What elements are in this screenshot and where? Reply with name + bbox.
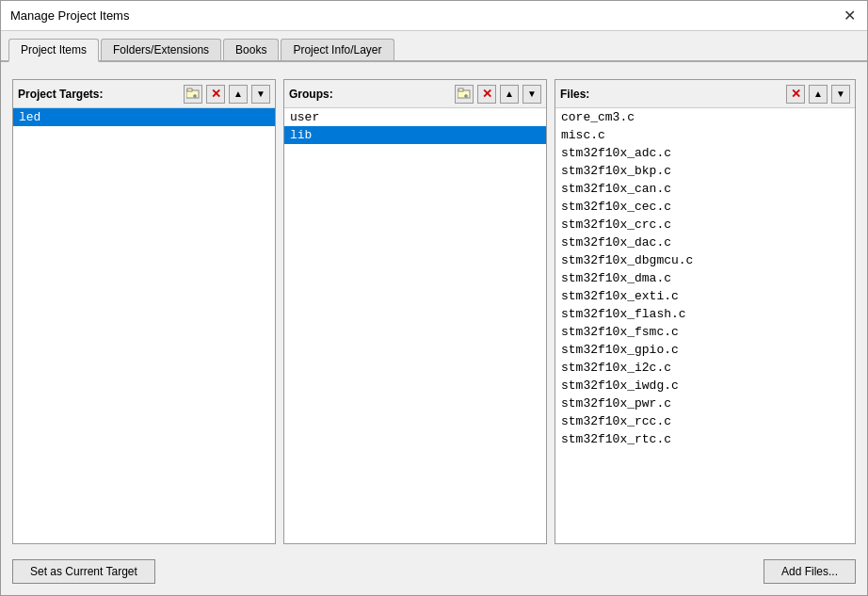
groups-list: userlib	[284, 108, 546, 543]
up-arrow-icon-groups: ▲	[505, 89, 514, 99]
list-item[interactable]: stm32f10x_flash.c	[555, 305, 855, 323]
delete-icon-files: ✕	[791, 87, 801, 101]
targets-list: led	[13, 108, 275, 543]
list-item[interactable]: core_cm3.c	[555, 108, 855, 126]
files-title: Files:	[560, 88, 782, 101]
close-button[interactable]: ✕	[842, 8, 858, 24]
targets-header: Project Targets: ✕	[13, 80, 275, 108]
bottom-row: Set as Current Target Add Files...	[12, 554, 856, 584]
title-bar: Manage Project Items ✕	[1, 1, 867, 31]
tab-project-info-layer[interactable]: Project Info/Layer	[281, 39, 394, 60]
list-item[interactable]: lib	[284, 126, 546, 144]
project-targets-panel: Project Targets: ✕	[12, 79, 276, 544]
list-item[interactable]: led	[13, 108, 275, 126]
list-item[interactable]: stm32f10x_rcc.c	[555, 412, 855, 430]
list-item[interactable]: stm32f10x_cec.c	[555, 198, 855, 216]
files-down-button[interactable]: ▼	[831, 85, 850, 104]
targets-delete-button[interactable]: ✕	[206, 85, 225, 104]
list-item[interactable]: stm32f10x_crc.c	[555, 216, 855, 234]
groups-down-button[interactable]: ▼	[522, 85, 541, 104]
files-delete-button[interactable]: ✕	[786, 85, 805, 104]
list-item[interactable]: stm32f10x_can.c	[555, 180, 855, 198]
new-folder-icon	[186, 88, 200, 101]
content-area: Project Targets: ✕	[1, 62, 867, 595]
targets-up-button[interactable]: ▲	[229, 85, 248, 104]
up-arrow-icon-files: ▲	[813, 89, 823, 99]
down-arrow-icon-groups: ▼	[527, 89, 537, 99]
panels-row: Project Targets: ✕	[12, 79, 856, 544]
svg-rect-1	[187, 89, 192, 91]
list-item[interactable]: stm32f10x_dbgmcu.c	[555, 251, 855, 269]
list-item[interactable]: stm32f10x_dma.c	[555, 269, 855, 287]
list-item[interactable]: stm32f10x_bkp.c	[555, 162, 855, 180]
new-folder-icon-groups	[458, 88, 471, 101]
list-item[interactable]: stm32f10x_rtc.c	[555, 430, 855, 448]
targets-new-button[interactable]	[184, 85, 202, 104]
up-arrow-icon: ▲	[233, 89, 243, 99]
down-arrow-icon: ▼	[256, 89, 265, 99]
files-list: core_cm3.cmisc.cstm32f10x_adc.cstm32f10x…	[555, 108, 855, 543]
window-title: Manage Project Items	[10, 8, 129, 23]
groups-title: Groups:	[289, 88, 451, 101]
files-panel: Files: ✕ ▲ ▼ core_cm3.cmisc.cstm32f10x_a…	[555, 79, 856, 544]
groups-up-button[interactable]: ▲	[500, 85, 519, 104]
set-target-button[interactable]: Set as Current Target	[12, 559, 155, 584]
svg-rect-5	[458, 89, 463, 91]
list-item[interactable]: user	[284, 108, 546, 126]
tabs-row: Project Items Folders/Extensions Books P…	[1, 31, 867, 62]
groups-panel: Groups: ✕	[283, 79, 547, 544]
list-item[interactable]: stm32f10x_adc.c	[555, 144, 855, 162]
list-item[interactable]: stm32f10x_exti.c	[555, 287, 855, 305]
down-arrow-icon-files: ▼	[836, 89, 845, 99]
targets-down-button[interactable]: ▼	[251, 85, 270, 104]
list-item[interactable]: stm32f10x_i2c.c	[555, 359, 855, 377]
groups-delete-button[interactable]: ✕	[477, 85, 496, 104]
files-header: Files: ✕ ▲ ▼	[555, 80, 855, 108]
delete-icon: ✕	[211, 87, 221, 101]
list-item[interactable]: misc.c	[555, 126, 855, 144]
add-files-button[interactable]: Add Files...	[764, 559, 856, 584]
list-item[interactable]: stm32f10x_gpio.c	[555, 341, 855, 359]
files-up-button[interactable]: ▲	[809, 85, 828, 104]
targets-title: Project Targets:	[18, 88, 180, 101]
groups-header: Groups: ✕	[284, 80, 546, 108]
tab-folders-extensions[interactable]: Folders/Extensions	[101, 39, 221, 60]
manage-project-items-window: Manage Project Items ✕ Project Items Fol…	[0, 0, 868, 596]
list-item[interactable]: stm32f10x_pwr.c	[555, 395, 855, 412]
groups-new-button[interactable]	[455, 85, 474, 104]
list-item[interactable]: stm32f10x_iwdg.c	[555, 377, 855, 395]
tab-books[interactable]: Books	[223, 39, 279, 60]
list-item[interactable]: stm32f10x_dac.c	[555, 234, 855, 251]
tab-project-items[interactable]: Project Items	[8, 39, 99, 62]
delete-icon-groups: ✕	[482, 87, 492, 101]
list-item[interactable]: stm32f10x_fsmc.c	[555, 323, 855, 341]
